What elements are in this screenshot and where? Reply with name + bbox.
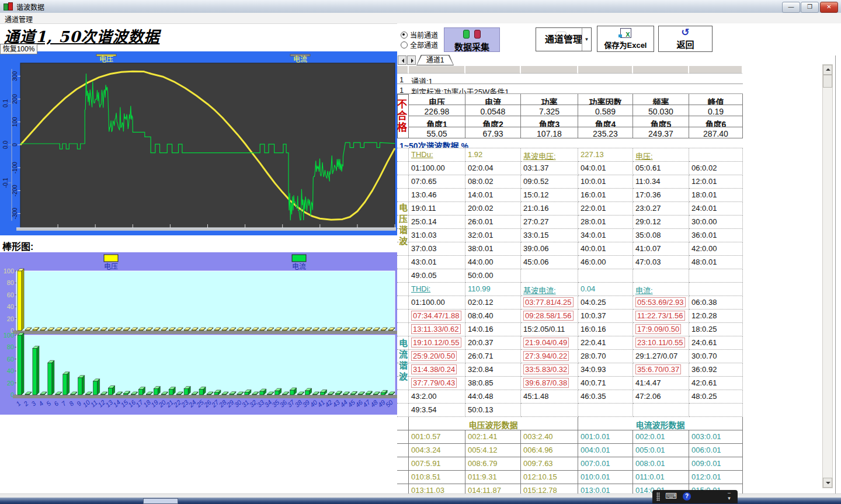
data-acquire-button[interactable]: 数据采集	[444, 27, 500, 52]
harmonic-cell: 47:0.03	[633, 256, 689, 269]
current-waveform-cell: 007:0.01	[578, 457, 633, 471]
current-waveform-cell: 005:0.01	[633, 444, 689, 457]
back-arrow-icon: ↺	[659, 27, 712, 38]
svg-text:80: 80	[7, 279, 14, 286]
radio-current-channel[interactable]: 当前通道	[401, 30, 438, 38]
thd-cell	[689, 148, 743, 162]
close-button[interactable]: ✕	[820, 2, 838, 13]
harmonic-cell: 45:1.48	[521, 390, 578, 404]
radio-all-channels[interactable]: 全部通道	[401, 40, 438, 48]
voltage-waveform-cell: 014:11.87	[465, 484, 521, 493]
voltage-harmonic-row: 43:0.0144:0.0045:0.0646:0.0047:0.0348:0.…	[397, 256, 743, 269]
current-harmonic-row: 25:9.20/0.5026:0.7127:3.94/0.2228:0.7029…	[397, 350, 743, 363]
minimize-button[interactable]: —	[782, 2, 800, 13]
chevron-down-icon[interactable]: ▼	[582, 28, 591, 51]
waveform-chart-panel: 电压电流3002001000-100-200-3000.10.0-0.1	[0, 51, 397, 235]
harmonic-cell-alarm: 13:11.33/0.62	[409, 323, 465, 336]
harmonic-cell: 41:0.07	[633, 242, 689, 256]
side-col	[397, 256, 409, 269]
judge-standard-info: 判定标准:功率小于25W条件1	[409, 84, 743, 94]
waveform-chart: 电压电流3002001000-100-200-3000.10.0-0.1	[0, 51, 397, 235]
radio-icon[interactable]	[401, 41, 408, 48]
harmonic-cell: 31:0.03	[409, 229, 465, 242]
harmonic-cell: 41:4.47	[633, 377, 689, 390]
summary-header-cell: 角度3	[521, 116, 578, 127]
save-excel-button[interactable]: X 保存为Excel	[597, 26, 654, 52]
section-title-row: 1~50次谐波数据 %	[397, 138, 743, 148]
voltage-harmonic-row: 25:0.1426:0.0127:0.2728:0.0129:0.1230:0.…	[397, 215, 743, 229]
side-col	[397, 296, 409, 310]
vertical-scrollbar[interactable]	[822, 64, 833, 488]
header-strip-cell	[578, 66, 633, 74]
keyboard-icon[interactable]: ⌨	[665, 491, 677, 500]
side-col	[397, 148, 409, 162]
svg-text:80: 80	[7, 343, 14, 350]
verdict-badge: 不合格	[397, 94, 409, 138]
harmonic-cell: 30:0.70	[689, 350, 743, 363]
harmonic-cell: 39:0.06	[521, 242, 578, 256]
harmonic-cell: 08:0.40	[465, 310, 521, 323]
harmonics-section-title: 1~50次谐波数据 %	[397, 138, 743, 148]
harmonic-cell-alarm: 05:53.69/2.93	[633, 296, 689, 310]
back-button[interactable]: ↺ 返回	[658, 26, 713, 52]
waveform-header-row: 电压波形数据电流波形数据	[397, 417, 743, 430]
channel-manage-button[interactable]: 通道管理 ▼	[536, 27, 592, 51]
help-icon[interactable]: ?	[683, 492, 691, 500]
tab-scroll-left[interactable]	[398, 55, 406, 65]
minimize-langbar-icon[interactable]: –▾	[728, 491, 731, 501]
voltage-waveform-cell: 005:4.12	[465, 444, 521, 457]
thd-cell: THDi:	[409, 283, 465, 296]
thd-cell: 电流:	[633, 283, 689, 296]
harmonic-cell: 49:3.54	[409, 404, 465, 417]
restore-button[interactable]: ❐	[801, 2, 819, 13]
summary-value-cell: 7.325	[521, 105, 578, 116]
harmonic-cell: 10:0.01	[578, 175, 633, 189]
scroll-down-icon[interactable]	[823, 478, 832, 488]
harmonic-cell: 50:0.00	[465, 269, 521, 283]
tab-scroll-right[interactable]	[407, 55, 416, 65]
summary-value-cell: 55.05	[409, 127, 465, 138]
radio-icon-selected[interactable]	[401, 32, 408, 39]
harmonic-cell: 40:0.01	[578, 242, 633, 256]
harmonic-cell: 02:0.12	[465, 296, 521, 310]
harmonic-cell: 42:0.61	[689, 377, 743, 390]
harmonic-cell: 24:0.61	[689, 336, 743, 350]
summary-value-cell: 287.40	[689, 127, 743, 138]
summary-value-cell: 226.98	[409, 105, 465, 116]
harmonic-cell: 04:0.01	[578, 162, 633, 175]
harmonic-cell-alarm: 27:3.94/0.22	[521, 350, 578, 363]
drag-grip-icon[interactable]	[656, 492, 660, 501]
tab-channel-1[interactable]: 通道1	[416, 55, 454, 65]
current-waveform-cell: 013:0.01	[578, 484, 633, 493]
side-col	[397, 484, 409, 493]
title-bar: 谐波数据 — ❐ ✕	[0, 0, 841, 13]
harmonic-cell: 26:0.01	[465, 215, 521, 229]
harmonic-cell: 43:0.01	[409, 256, 465, 269]
current-harmonic-row: 13:11.33/0.6214:0.1615:2.05/0.1116:0.161…	[397, 323, 743, 336]
menu-item-channel-management[interactable]: 通道管理	[0, 13, 37, 24]
taskbar-button[interactable]	[143, 498, 178, 504]
svg-text:电流: 电流	[293, 55, 307, 64]
voltage-harmonics-side-label: 电压谐波	[398, 193, 409, 258]
empty-cell	[633, 269, 689, 283]
scroll-up-icon[interactable]	[823, 65, 832, 75]
side-col	[397, 471, 409, 484]
restore-100-button[interactable]: 恢复100%	[0, 44, 37, 54]
harmonic-cell-alarm: 31:4.38/0.24	[409, 363, 465, 377]
current-waveform-cell: 004:0.01	[578, 444, 633, 457]
scrollbar-thumb[interactable]	[823, 75, 832, 88]
side-col	[397, 269, 409, 283]
stamp-icon	[556, 32, 567, 42]
voltage-waveform-cell: 001:0.57	[409, 430, 465, 444]
harmonic-cell: 48:0.25	[689, 390, 743, 404]
side-col	[397, 310, 409, 323]
current-waveform-cell: 008:0.01	[633, 457, 689, 471]
harmonic-cell: 32:0.01	[465, 229, 521, 242]
svg-text:7: 7	[60, 399, 68, 408]
voltage-harmonic-row: 01:100.0002:0.0403:1.3704:0.0105:0.6106:…	[397, 162, 743, 175]
current-harmonic-row: 19:10.12/0.5520:0.3721:9.04/0.4922:0.412…	[397, 336, 743, 350]
side-col	[397, 404, 409, 417]
harmonic-cell: 09:0.52	[521, 175, 578, 189]
summary-header-cell: 峰值	[689, 94, 743, 105]
language-bar[interactable]: ⌨ ? –▾	[652, 490, 738, 503]
